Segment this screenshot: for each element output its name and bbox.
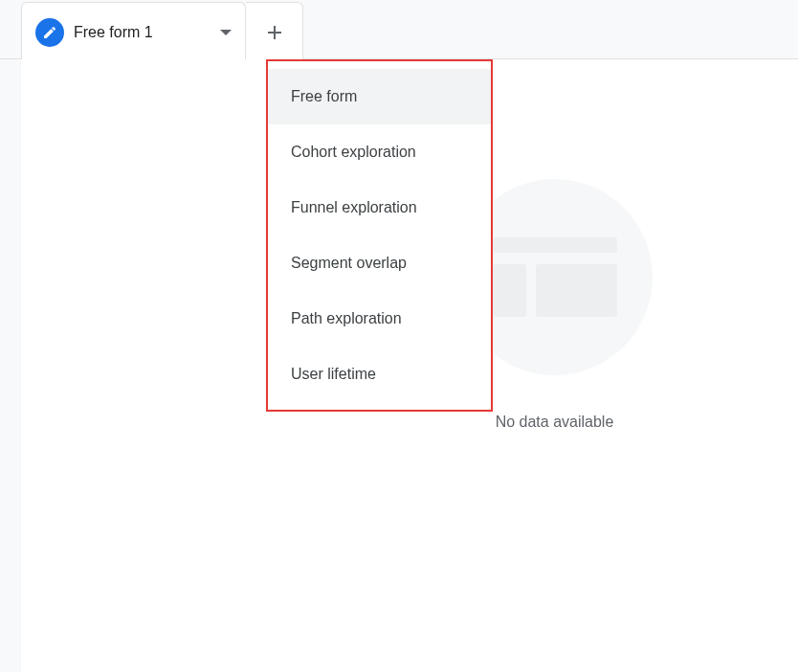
add-tab-button[interactable] <box>246 2 303 61</box>
menu-item-label: Cohort exploration <box>291 144 416 160</box>
menu-item-cohort-exploration[interactable]: Cohort exploration <box>268 124 491 180</box>
placeholder-row <box>493 264 617 317</box>
exploration-type-menu: Free form Cohort exploration Funnel expl… <box>266 59 493 412</box>
dropdown-caret-icon[interactable] <box>220 30 232 35</box>
placeholder-block <box>493 264 526 317</box>
placeholder-bar <box>493 237 617 253</box>
menu-item-path-exploration[interactable]: Path exploration <box>268 291 491 347</box>
menu-item-label: Funnel exploration <box>291 199 417 215</box>
placeholder-inner <box>493 237 617 317</box>
menu-item-segment-overlap[interactable]: Segment overlap <box>268 235 491 291</box>
edit-icon <box>35 18 64 47</box>
empty-state-message: No data available <box>496 414 614 431</box>
tab-bar: Free form 1 <box>0 0 798 59</box>
placeholder-block <box>536 264 617 317</box>
menu-item-funnel-exploration[interactable]: Funnel exploration <box>268 180 491 235</box>
menu-item-user-lifetime[interactable]: User lifetime <box>268 347 491 402</box>
menu-item-free-form[interactable]: Free form <box>268 69 491 124</box>
menu-item-label: Free form <box>291 88 357 104</box>
tab-free-form-1[interactable]: Free form 1 <box>21 2 246 61</box>
tab-label: Free form 1 <box>74 24 211 41</box>
menu-item-label: Segment overlap <box>291 255 407 271</box>
menu-item-label: User lifetime <box>291 366 376 382</box>
menu-item-label: Path exploration <box>291 310 402 326</box>
